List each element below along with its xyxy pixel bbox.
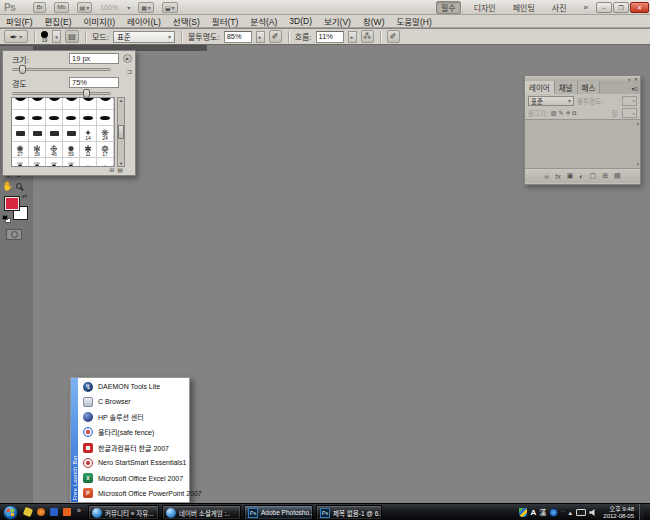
brush-preset[interactable]: ❦ [12,158,29,167]
scroll-up-icon[interactable]: ▴ [636,121,639,126]
tablet-size-icon[interactable]: ⊐ [126,68,132,76]
brush-preset[interactable]: ❁ 17 [97,142,114,158]
quick-launch-icon-1[interactable] [23,507,33,517]
workspace-button[interactable]: 사진 [548,1,571,14]
hand-tool-icon[interactable]: ✋ [2,182,13,191]
swap-colors-icon[interactable]: ⇄ [22,192,27,199]
lock-position-icon[interactable]: ✛ [565,110,570,116]
layer-group-icon[interactable]: ▢ [590,172,597,180]
scroll-down-icon[interactable]: ▾ [636,162,639,167]
volume-icon[interactable] [589,509,597,517]
ime-hanja-indicator[interactable]: 漢 [539,509,546,516]
new-layer-icon[interactable]: ⊞ [602,172,608,180]
quick-mask-button[interactable] [6,229,22,240]
lock-all-icon[interactable]: ◘ [572,110,576,116]
menu-item[interactable]: 도움말(H) [390,15,437,27]
menu-item[interactable]: 한글과컴퓨터 한글 2007 [78,440,202,455]
foreground-color-swatch[interactable] [4,196,20,211]
brush-preset[interactable]: · [80,158,97,167]
opacity-pressure-icon[interactable]: ✐ [269,30,282,43]
brush-preset[interactable] [97,97,114,110]
menu-item[interactable]: 필터(T) [206,15,245,27]
tray-app-icon[interactable] [549,508,558,517]
layer-style-icon[interactable]: fx [555,173,560,180]
menu-item[interactable]: 선택(S) [167,15,206,27]
new-brush-icon[interactable]: ⊞ [109,166,114,173]
zoom-tool-icon[interactable] [16,183,22,189]
taskbar-button[interactable]: 제목 없음-1 @ 6... [316,505,382,520]
ime-language-indicator[interactable]: A [530,509,536,517]
screen-mode-icon[interactable]: ⬓▾ [162,2,178,13]
taskbar-button[interactable]: 커뮤니티 » 자유... [88,505,159,520]
close-panel-icon[interactable]: ✕ [634,77,638,82]
workspace-button[interactable]: » [580,2,592,13]
bridge-icon[interactable]: Br [33,2,46,13]
collapse-panel-icon[interactable]: « [628,77,631,82]
brush-preset[interactable] [80,110,97,126]
zoom-level[interactable]: 100% [100,4,118,11]
airbrush-icon[interactable]: ⁂ [361,30,374,43]
brush-preset[interactable] [63,110,80,126]
link-layers-icon[interactable]: ∞ [544,173,549,180]
brush-preset[interactable]: ❃ 39 [29,142,46,158]
brush-preset[interactable]: ❉ 46 [46,142,63,158]
flow-slider-button[interactable]: ▸ [348,31,357,43]
close-button[interactable]: ✕ [630,2,649,13]
quick-launch-icon-2[interactable] [37,508,45,516]
menu-item[interactable]: 파일(F) [0,15,39,27]
mini-bridge-icon[interactable]: Mb [54,2,68,13]
brush-preview[interactable]: 19 [41,31,48,43]
brush-preset[interactable] [63,126,80,142]
security-shield-icon[interactable] [519,508,527,517]
lock-paint-icon[interactable]: ✎ [558,110,563,116]
scroll-thumb[interactable] [118,125,124,139]
brush-tool-preset[interactable]: ✒▾ [4,30,28,43]
layers-list[interactable]: ▴ ▾ [525,119,640,169]
brush-preset[interactable]: ✱ 11 [80,142,97,158]
zoom-dropdown-icon[interactable]: ▾ [127,4,130,11]
size-slider[interactable] [12,68,111,71]
menu-item[interactable]: HP 솔루션 센터 [78,410,202,425]
workspace-button[interactable]: 필수 [436,1,461,14]
quick-launch-icon-3[interactable] [50,508,58,516]
brush-grid-scrollbar[interactable]: ▲ ▼ [117,97,125,167]
mode-select[interactable]: 표준▾ [113,31,175,43]
brush-picker-dropdown[interactable]: ▾ [52,30,61,43]
show-desktop-button[interactable] [639,504,644,520]
delete-brush-icon[interactable]: ▤ [117,166,123,173]
menu-item[interactable]: 이미지(I) [77,15,120,27]
menu-item[interactable]: 보기(V) [318,15,357,27]
hardness-input[interactable]: 75% [69,77,119,88]
brush-preset[interactable]: ❦ [63,158,80,167]
brush-preset[interactable] [46,97,63,110]
panel-menu-icon[interactable]: ▾≡ [631,85,638,92]
menu-item[interactable]: C Browser [78,394,202,409]
taskbar-clock[interactable]: 오후 9:48 2012-08-05 [603,506,634,520]
brush-preset[interactable]: ✹ 59 [63,142,80,158]
menu-item[interactable]: 3D(D) [283,16,318,26]
view-extras-icon[interactable]: ▤▾ [77,2,93,13]
menu-item[interactable]: 울타리(safe fence) [78,425,202,440]
menu-item[interactable]: 창(W) [357,15,391,27]
workspace-button[interactable]: 디자인 [470,1,500,14]
default-colors-icon[interactable] [2,215,11,223]
hardness-slider[interactable] [12,92,111,95]
scroll-up-icon[interactable]: ▲ [119,98,123,103]
menu-item[interactable]: Microsoft Office Excel 2007 [78,471,202,486]
taskbar-button[interactable]: Adobe Photosho... [244,505,313,520]
quick-launch-overflow-icon[interactable]: » [77,507,81,514]
size-pressure-icon[interactable]: ✐ [387,30,400,43]
brush-preset[interactable] [12,126,29,142]
panel-flyout-icon[interactable]: ▶ [123,54,132,63]
menu-item[interactable]: 분석(A) [244,15,283,27]
flow-input[interactable]: 11% [316,31,344,43]
opacity-slider-button[interactable]: ▸ [256,31,265,43]
blend-mode-select[interactable]: 표준▾ [528,96,574,106]
brush-preset[interactable] [12,97,29,110]
toggle-brush-panel-icon[interactable]: ▤ [65,30,79,43]
delete-layer-icon[interactable]: ▤ [614,172,621,180]
size-input[interactable]: 19 px [69,53,119,64]
brush-preset[interactable]: ✦ 14 [80,126,97,142]
panel-tab[interactable]: 패스 [578,81,601,94]
show-hidden-icons-icon[interactable]: ▲ [567,510,573,516]
